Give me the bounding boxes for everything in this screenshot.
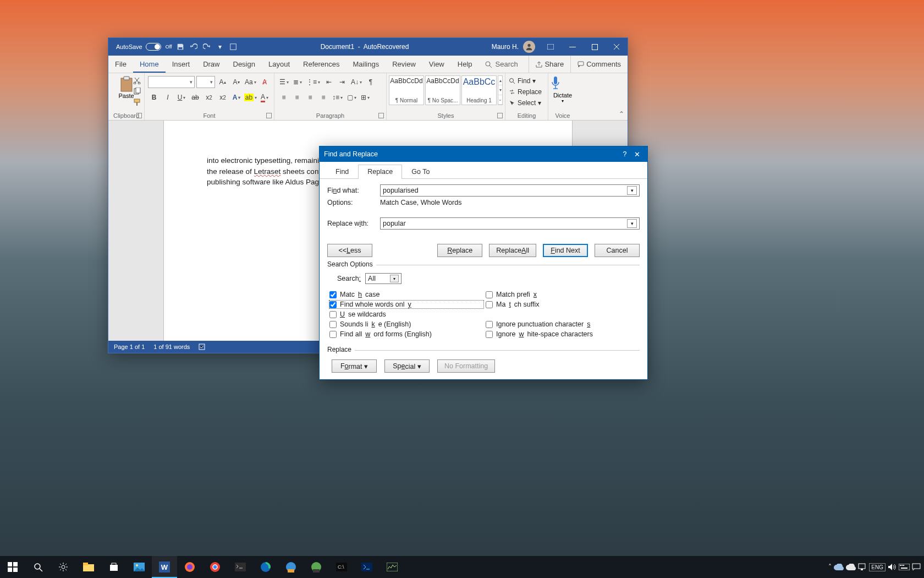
styles-dialog-launcher[interactable] (497, 113, 503, 118)
change-case-icon[interactable]: Aa (244, 76, 257, 88)
check-whole-words[interactable]: Find whole words only (329, 301, 483, 308)
find-button[interactable]: Find ▾ (509, 75, 544, 86)
save-icon[interactable] (175, 42, 185, 52)
word-count[interactable]: 1 of 91 words (153, 343, 190, 350)
chrome-icon[interactable] (202, 556, 228, 578)
font-dialog-launcher[interactable] (266, 113, 272, 118)
font-size-combo[interactable] (196, 76, 215, 88)
dictate-button[interactable]: Dictate▾ (549, 75, 576, 103)
copy-icon[interactable] (133, 88, 142, 96)
tab-insert[interactable]: Insert (166, 56, 197, 73)
shading-icon[interactable]: ▢ (345, 91, 358, 103)
undo-icon[interactable] (189, 42, 199, 52)
touch-mode-icon[interactable] (228, 42, 238, 52)
find-next-button[interactable]: Find Next (543, 244, 588, 257)
text-effects-icon[interactable]: A (230, 91, 243, 103)
volume-icon[interactable] (888, 563, 897, 571)
tab-layout[interactable]: Layout (262, 56, 296, 73)
cmd-icon[interactable]: C:\ (329, 556, 354, 578)
tab-design[interactable]: Design (227, 56, 262, 73)
format-button[interactable]: Format ▾ (332, 359, 377, 373)
line-spacing-icon[interactable]: ↕≡ (331, 91, 344, 103)
replace-button[interactable]: Replace (437, 244, 482, 257)
style-normal[interactable]: AaBbCcDd¶ Normal (389, 75, 424, 105)
start-button[interactable] (0, 556, 25, 578)
italic-button[interactable]: I (162, 91, 174, 103)
check-match-case[interactable]: Match case (329, 291, 483, 298)
search-scope-combo[interactable]: All▾ (365, 273, 402, 284)
page-count[interactable]: Page 1 of 1 (114, 343, 145, 350)
grow-font-icon[interactable]: A▴ (217, 76, 229, 88)
numbering-icon[interactable]: ≣ (292, 76, 304, 88)
no-formatting-button[interactable]: No Formatting (437, 359, 495, 373)
edge-icon[interactable] (253, 556, 278, 578)
multilevel-icon[interactable]: ⋮≡ (305, 76, 322, 88)
check-suffix[interactable]: Match suffix (486, 301, 640, 308)
tab-mailings[interactable]: Mailings (346, 56, 386, 73)
store-icon[interactable] (101, 556, 127, 578)
tab-goto[interactable]: Go To (402, 165, 439, 179)
strike-button[interactable]: ab (189, 91, 201, 103)
search-icon[interactable] (25, 556, 51, 578)
special-button[interactable]: Special ▾ (384, 359, 430, 373)
tab-view[interactable]: View (422, 56, 451, 73)
taskmgr-icon[interactable] (380, 556, 405, 578)
styles-gallery[interactable]: AaBbCcDd¶ Normal AaBbCcDd¶ No Spac... Aa… (389, 75, 503, 105)
clear-format-icon[interactable]: A̷ (258, 76, 271, 88)
word-icon[interactable]: W (152, 556, 177, 578)
bullets-icon[interactable]: ☰ (278, 76, 290, 88)
system-tray[interactable]: ˄ ENG (828, 563, 924, 571)
cancel-button[interactable]: Cancel (595, 244, 640, 257)
collapse-ribbon-icon[interactable]: ⌃ (619, 110, 624, 118)
style-no-spacing[interactable]: AaBbCcDd¶ No Spac... (425, 75, 460, 105)
action-center-icon[interactable] (912, 563, 921, 571)
paragraph-dialog-launcher[interactable] (378, 113, 384, 118)
edge-dev-icon[interactable] (304, 556, 329, 578)
minimize-icon[interactable] (562, 38, 584, 56)
select-button[interactable]: Select ▾ (509, 97, 544, 108)
align-left-icon[interactable]: ≡ (278, 91, 290, 103)
ribbon-display-icon[interactable] (540, 38, 562, 56)
redo-icon[interactable] (202, 42, 212, 52)
language-icon[interactable]: ENG (869, 563, 886, 571)
tab-help[interactable]: Help (451, 56, 479, 73)
check-ignore-punct[interactable]: Ignore punctuation characters (486, 320, 640, 328)
less-button[interactable]: << Less (327, 244, 372, 257)
close-icon[interactable] (606, 38, 628, 56)
font-name-combo[interactable] (148, 76, 195, 88)
close-icon[interactable]: ✕ (631, 150, 643, 159)
powershell-icon[interactable] (354, 556, 380, 578)
tray-expand-icon[interactable]: ˄ (828, 563, 832, 571)
proofing-icon[interactable] (199, 343, 206, 351)
tab-references[interactable]: References (296, 56, 346, 73)
tab-find[interactable]: Find (326, 165, 358, 179)
qat-more-icon[interactable]: ▾ (215, 42, 225, 52)
indent-icon[interactable]: ⇥ (336, 76, 348, 88)
explorer-icon[interactable] (76, 556, 101, 578)
highlight-icon[interactable]: ab (244, 91, 257, 103)
avatar[interactable] (523, 41, 535, 53)
shrink-font-icon[interactable]: A▾ (230, 76, 243, 88)
style-heading1[interactable]: AaBbCcHeading 1 (461, 75, 497, 105)
check-word-forms[interactable]: Find all word forms (English) (329, 330, 483, 338)
replace-button[interactable]: Replace (509, 86, 544, 97)
chevron-down-icon[interactable]: ▾ (627, 219, 637, 228)
search-box[interactable]: Search (479, 56, 524, 73)
tab-file[interactable]: File (108, 56, 133, 73)
underline-button[interactable]: U (175, 91, 188, 103)
tab-home[interactable]: Home (133, 56, 166, 73)
autosave-toggle[interactable]: AutoSave Off (116, 43, 172, 51)
subscript-button[interactable]: x2 (203, 91, 215, 103)
align-center-icon[interactable]: ≡ (291, 91, 303, 103)
show-marks-icon[interactable]: ¶ (365, 76, 377, 88)
maximize-icon[interactable] (584, 38, 606, 56)
find-what-input[interactable]: popularised▾ (380, 184, 640, 197)
replace-with-input[interactable]: popular▾ (380, 217, 640, 230)
keyboard-icon[interactable] (899, 564, 910, 570)
settings-icon[interactable] (51, 556, 76, 578)
comments-button[interactable]: Comments (570, 56, 628, 73)
check-wildcards[interactable]: Use wildcards (329, 310, 483, 318)
terminal-icon[interactable] (228, 556, 253, 578)
tab-review[interactable]: Review (386, 56, 422, 73)
clipboard-dialog-launcher[interactable] (136, 113, 142, 118)
